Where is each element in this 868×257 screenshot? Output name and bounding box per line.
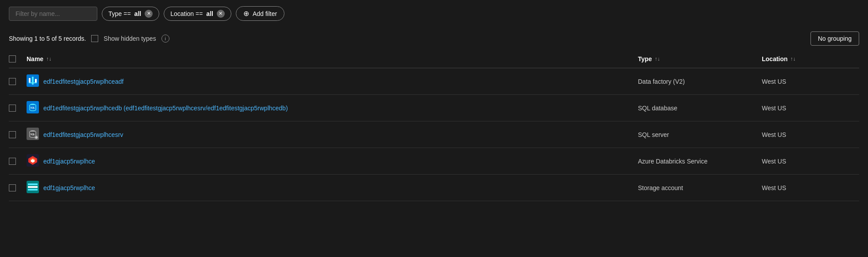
row-checkbox-cell-2: [9, 131, 27, 138]
row-checkbox-cell-1: [9, 105, 27, 112]
row-checkbox-cell-4: [9, 184, 27, 191]
subbar-left: Showing 1 to 5 of 5 records. Show hidden…: [9, 35, 169, 43]
svg-text:SQL: SQL: [31, 106, 35, 109]
no-grouping-button[interactable]: No grouping: [810, 31, 859, 46]
header-checkbox-cell: [9, 55, 27, 62]
row-type-2: SQL server: [638, 131, 762, 138]
resource-table: Name ↑↓ Type ↑↓ Location ↑↓ edf1edfitest…: [0, 50, 868, 201]
row-checkbox-2[interactable]: [9, 131, 16, 138]
row-name-4[interactable]: edf1gjacp5rwplhce: [27, 181, 638, 195]
resource-name-text-1: edf1edfitestgjacp5rwplhcedb (edf1edfites…: [43, 105, 288, 112]
show-hidden-label: Show hidden types: [104, 35, 156, 42]
row-checkbox-0[interactable]: [9, 78, 16, 85]
row-location-3: West US: [762, 158, 859, 165]
location-filter-tag[interactable]: Location == all ✕: [164, 7, 231, 21]
resource-name-text-3: edf1gjacp5rwplhce: [43, 158, 95, 165]
table-row: SQL edf1edfitestgjacp5rwplhcedb (edf1edf…: [9, 95, 859, 121]
header-location-label: Location: [762, 55, 787, 62]
type-filter-label: Type ==: [108, 10, 131, 17]
header-location[interactable]: Location ↑↓: [762, 55, 859, 62]
location-filter-label: Location ==: [170, 10, 203, 17]
row-name-0[interactable]: edf1edfitestgjacp5rwplhceadf: [27, 74, 638, 88]
row-location-2: West US: [762, 131, 859, 138]
svg-rect-4: [29, 82, 37, 83]
row-checkbox-cell-3: [9, 158, 27, 165]
location-filter-value: all: [206, 10, 213, 17]
table-row: SQL edf1edfitestgjacp5rwplhcesrv SQL ser…: [9, 121, 859, 148]
row-type-0: Data factory (V2): [638, 78, 762, 85]
type-filter-value: all: [134, 10, 142, 17]
table-header: Name ↑↓ Type ↑↓ Location ↑↓: [9, 50, 859, 68]
svg-rect-13: [35, 137, 38, 138]
type-sort-icon: ↑↓: [655, 56, 660, 62]
location-sort-icon: ↑↓: [790, 56, 795, 62]
svg-rect-20: [28, 186, 38, 188]
type-filter-close-icon[interactable]: ✕: [145, 10, 153, 18]
row-name-1[interactable]: SQL edf1edfitestgjacp5rwplhcedb (edf1edf…: [27, 101, 638, 115]
add-filter-label: Add filter: [253, 10, 277, 17]
svg-text:SQL: SQL: [31, 133, 35, 136]
header-name[interactable]: Name ↑↓: [27, 55, 638, 62]
row-checkbox-4[interactable]: [9, 184, 16, 191]
resource-name-text-4: edf1gjacp5rwplhce: [43, 184, 95, 191]
header-name-label: Name: [27, 55, 43, 62]
resource-name-text-0: edf1edfitestgjacp5rwplhceadf: [43, 78, 123, 85]
row-checkbox-3[interactable]: [9, 158, 16, 165]
table-row: edf1gjacp5rwplhce Storage account West U…: [9, 175, 859, 201]
header-type[interactable]: Type ↑↓: [638, 55, 762, 62]
svg-rect-2: [32, 77, 34, 85]
name-sort-icon: ↑↓: [46, 56, 51, 62]
row-location-4: West US: [762, 184, 859, 191]
resource-icon-0: [27, 74, 39, 88]
row-location-1: West US: [762, 105, 859, 112]
filter-by-name-input[interactable]: [9, 7, 97, 21]
svg-rect-19: [28, 183, 38, 185]
resource-name-text-2: edf1edfitestgjacp5rwplhcesrv: [43, 131, 123, 138]
row-location-0: West US: [762, 78, 859, 85]
toolbar: Type == all ✕ Location == all ✕ ⊕ Add fi…: [0, 0, 868, 27]
header-type-label: Type: [638, 55, 652, 62]
row-name-2[interactable]: SQL edf1edfitestgjacp5rwplhcesrv: [27, 128, 638, 141]
subbar: Showing 1 to 5 of 5 records. Show hidden…: [0, 27, 868, 50]
show-hidden-checkbox[interactable]: [91, 35, 98, 42]
row-type-1: SQL database: [638, 105, 762, 112]
info-icon[interactable]: i: [161, 35, 169, 43]
row-type-4: Storage account: [638, 184, 762, 191]
type-filter-tag[interactable]: Type == all ✕: [102, 7, 159, 21]
location-filter-close-icon[interactable]: ✕: [217, 10, 225, 18]
row-name-3[interactable]: edf1gjacp5rwplhce: [27, 154, 638, 168]
row-checkbox-1[interactable]: [9, 105, 16, 112]
select-all-checkbox[interactable]: [9, 55, 16, 62]
resource-icon-1: SQL: [27, 101, 39, 115]
resource-icon-3: [27, 154, 39, 168]
table-row: edf1edfitestgjacp5rwplhceadf Data factor…: [9, 68, 859, 95]
row-checkbox-cell-0: [9, 78, 27, 85]
svg-rect-21: [28, 189, 38, 191]
table-body: edf1edfitestgjacp5rwplhceadf Data factor…: [9, 68, 859, 201]
add-filter-icon: ⊕: [243, 9, 249, 18]
resource-icon-4: [27, 181, 39, 195]
add-filter-button[interactable]: ⊕ Add filter: [236, 6, 284, 21]
resource-icon-2: SQL: [27, 128, 39, 141]
records-count-text: Showing 1 to 5 of 5 records.: [9, 35, 86, 42]
row-type-3: Azure Databricks Service: [638, 158, 762, 165]
table-row: edf1gjacp5rwplhce Azure Databricks Servi…: [9, 148, 859, 175]
